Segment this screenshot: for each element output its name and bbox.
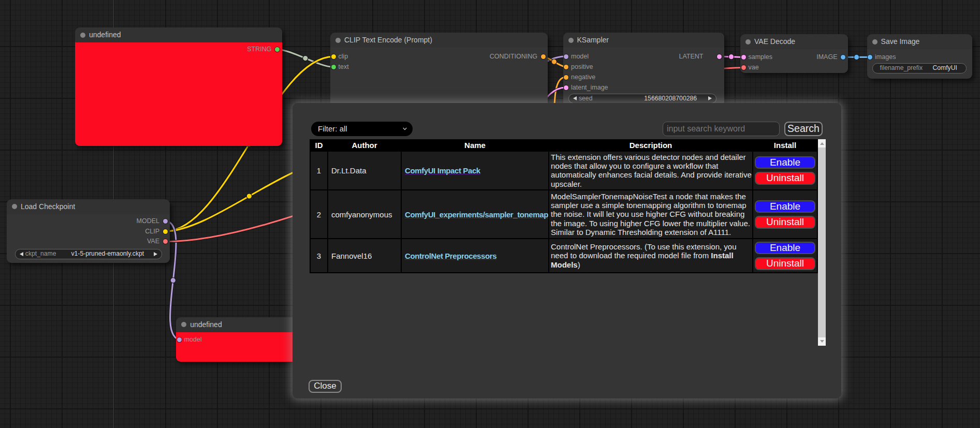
output-slot-IMAGE[interactable] xyxy=(841,55,845,60)
input-slot-label: model xyxy=(184,336,202,344)
id-cell: 1 xyxy=(311,152,327,190)
output-slot-LATENT[interactable] xyxy=(717,54,722,59)
link-clip-to-clip2-dot[interactable] xyxy=(246,194,252,199)
input-slot-negative[interactable] xyxy=(564,75,568,80)
node-vae-decode[interactable]: VAE DecodesamplesvaeIMAGE xyxy=(740,34,848,73)
widget-label: ckpt_name xyxy=(25,249,56,258)
link-cond-to-positive-dot[interactable] xyxy=(551,59,557,64)
link-image-to-images-dot[interactable] xyxy=(854,54,859,60)
output-slot-label: CLIP xyxy=(145,228,159,235)
uninstall-button[interactable]: Uninstall xyxy=(755,257,815,270)
id-cell: 2 xyxy=(311,190,327,238)
enable-button[interactable]: Enable xyxy=(755,156,815,169)
column-header-author: Author xyxy=(328,140,401,151)
column-header-description: Description xyxy=(549,140,752,151)
widget-label: filename_prefix xyxy=(880,64,923,72)
input-slot-images[interactable] xyxy=(868,55,872,60)
node-title-dot xyxy=(568,38,574,43)
node-load-checkpoint[interactable]: Load CheckpointMODELCLIPVAEckpt_namev1-5… xyxy=(7,199,170,263)
node-title-dot xyxy=(335,38,341,43)
input-slot-label: text xyxy=(339,63,349,71)
chevron-down-icon xyxy=(403,127,407,131)
link-latent-to-samples-dot[interactable] xyxy=(728,54,734,60)
filter-select[interactable]: Filter: all xyxy=(311,122,413,136)
widget-filename_prefix[interactable]: filename_prefixComfyUI xyxy=(872,63,967,73)
table-row: 3Fannovel16ControlNet PreprocessorsContr… xyxy=(311,239,817,272)
link-model-to-undefined-dot[interactable] xyxy=(170,278,175,283)
node-save-image[interactable]: Save Imageimagesfilename_prefixComfyUI xyxy=(867,34,972,79)
input-slot-label: negative xyxy=(571,73,595,81)
widget-seed[interactable]: seed156680208700286 xyxy=(568,94,716,104)
description-cell: ModelSamplerTonemapNoiseTest a node that… xyxy=(549,190,752,238)
widget-arrow-right-icon[interactable] xyxy=(708,96,712,100)
input-slot-positive[interactable] xyxy=(564,65,568,69)
node-title: Load Checkpoint xyxy=(21,199,75,214)
input-slot-label: clip xyxy=(339,53,348,61)
column-header-id: ID xyxy=(311,140,327,151)
scrollbar-up-button[interactable] xyxy=(818,139,826,147)
author-cell: comfyanonymous xyxy=(328,190,401,238)
output-slot-CLIP[interactable] xyxy=(163,229,168,234)
name-cell: ControlNet Preprocessors xyxy=(402,239,548,272)
table-row: 1Dr.Lt.DataComfyUI Impact PackThis exten… xyxy=(311,152,817,190)
widget-value: ComfyUI xyxy=(932,64,957,72)
widget-ckpt_name[interactable]: ckpt_namev1-5-pruned-emaonly.ckpt xyxy=(15,249,162,259)
name-cell: ComfyUI Impact Pack xyxy=(402,152,548,190)
close-button[interactable]: Close xyxy=(309,380,342,393)
input-slot-vae[interactable] xyxy=(741,65,746,70)
link-string-to-text-dot[interactable] xyxy=(303,55,308,61)
node-undefined-top[interactable]: undefinedSTRING xyxy=(75,27,282,146)
input-slot-latent_image[interactable] xyxy=(564,85,568,90)
input-slot-model[interactable] xyxy=(177,337,182,342)
install-cell: EnableUninstall xyxy=(753,239,817,272)
node-title-dot xyxy=(745,39,751,45)
node-title: VAE Decode xyxy=(754,34,795,49)
search-input[interactable] xyxy=(663,122,780,136)
node-title: Save Image xyxy=(881,34,920,49)
output-slot-label: LATENT xyxy=(679,53,704,61)
table-scrollbar[interactable] xyxy=(818,139,826,346)
node-title: undefined xyxy=(190,317,222,332)
scrollbar-thumb[interactable] xyxy=(818,147,826,337)
input-slot-label: vae xyxy=(749,64,759,71)
output-slot-MODEL[interactable] xyxy=(163,219,168,224)
description-cell: ControlNet Preprocessors. (To use this e… xyxy=(549,239,752,272)
uninstall-button[interactable]: Uninstall xyxy=(755,172,815,185)
uninstall-button[interactable]: Uninstall xyxy=(755,216,815,229)
widget-arrow-left-icon[interactable] xyxy=(20,252,23,256)
output-slot-STRING[interactable] xyxy=(275,47,280,52)
widget-arrow-right-icon[interactable] xyxy=(154,252,157,256)
extension-link[interactable]: ControlNet Preprocessors xyxy=(405,252,496,260)
extension-link[interactable]: ComfyUI Impact Pack xyxy=(405,166,480,175)
node-title: undefined xyxy=(89,27,121,42)
node-title: CLIP Text Encode (Prompt) xyxy=(344,33,432,48)
output-slot-label: MODEL xyxy=(137,217,159,225)
input-slot-samples[interactable] xyxy=(741,55,746,60)
node-title-dot xyxy=(872,39,877,45)
input-slot-label: positive xyxy=(571,63,593,71)
node-ksampler[interactable]: KSamplermodelpositivenegativelatent_imag… xyxy=(563,33,724,111)
enable-button[interactable]: Enable xyxy=(755,242,815,255)
enable-button[interactable]: Enable xyxy=(755,200,815,213)
input-slot-text[interactable] xyxy=(331,65,336,69)
input-slot-model[interactable] xyxy=(564,54,568,59)
author-cell: Dr.Lt.Data xyxy=(328,152,401,190)
output-slot-CONDITIONING[interactable] xyxy=(541,54,546,59)
output-slot-label: IMAGE xyxy=(816,53,837,61)
input-slot-label: samples xyxy=(749,53,773,61)
node-title: KSampler xyxy=(577,33,609,48)
author-cell: Fannovel16 xyxy=(328,239,401,272)
scrollbar-down-button[interactable] xyxy=(818,337,826,346)
input-slot-label: latent_image xyxy=(571,84,608,92)
input-slot-label: images xyxy=(875,53,896,61)
input-slot-label: model xyxy=(571,53,589,61)
extension-link[interactable]: ComfyUI_experiments/sampler_tonemap xyxy=(405,210,548,219)
search-button[interactable]: Search xyxy=(784,122,823,136)
input-slot-clip[interactable] xyxy=(331,54,336,59)
output-slot-VAE[interactable] xyxy=(163,239,168,244)
widget-arrow-left-icon[interactable] xyxy=(573,96,577,100)
column-header-install: Install xyxy=(753,140,817,151)
widget-value: 156680208700286 xyxy=(644,94,697,103)
name-cell: ComfyUI_experiments/sampler_tonemap xyxy=(402,190,548,238)
output-slot-label: VAE xyxy=(147,238,159,245)
